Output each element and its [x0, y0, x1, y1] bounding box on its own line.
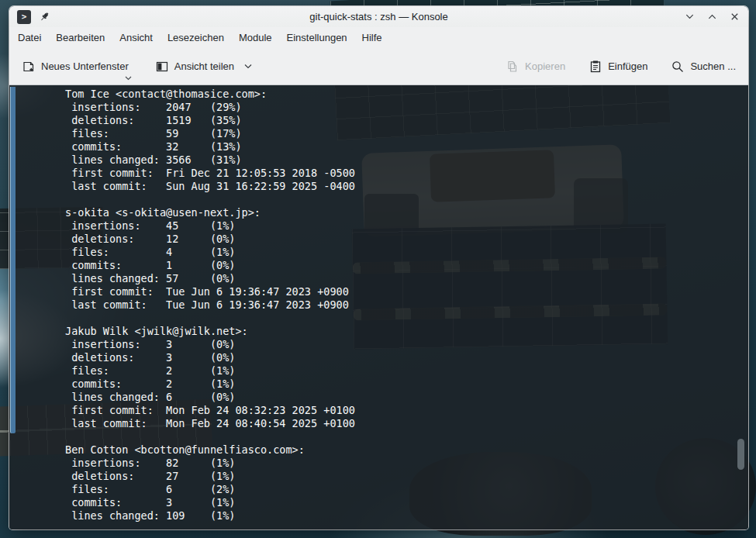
pin-icon[interactable] — [38, 11, 50, 23]
split-view-label: Ansicht teilen — [174, 60, 234, 72]
konsole-app-icon[interactable]: > — [17, 10, 31, 24]
copy-label: Kopieren — [525, 60, 565, 72]
clipboard-icon — [589, 60, 602, 74]
konsole-window: > git-quick-stats : zsh — Konsole — [9, 6, 748, 529]
copy-button[interactable]: Kopieren — [502, 57, 568, 77]
search-label: Suchen ... — [690, 60, 736, 72]
terminal-text: Tom Ice <contact@thomasice.com>: inserti… — [15, 88, 355, 522]
split-view-button[interactable]: Ansicht teilen — [152, 57, 255, 77]
menu-module[interactable]: Module — [239, 32, 272, 43]
scrollbar-thumb[interactable] — [737, 439, 744, 470]
menu-lesezeichen[interactable]: Lesezeichen — [167, 32, 224, 43]
paste-button[interactable]: Einfügen — [585, 57, 651, 77]
tab-new-icon — [22, 60, 36, 74]
menu-einstellungen[interactable]: Einstellungen — [287, 32, 347, 43]
menu-hilfe[interactable]: Hilfe — [362, 32, 382, 43]
titlebar[interactable]: > git-quick-stats : zsh — Konsole — [9, 6, 748, 27]
magnifier-icon — [671, 60, 685, 74]
new-tab-label: Neues Unterfenster — [41, 60, 129, 72]
minimize-icon[interactable] — [683, 11, 696, 23]
menu-datei[interactable]: Datei — [18, 32, 41, 43]
view-split-icon — [155, 60, 169, 74]
menubar: Datei Bearbeiten Ansicht Lesezeichen Mod… — [9, 27, 748, 48]
search-button[interactable]: Suchen ... — [668, 57, 739, 77]
chevron-down-icon — [244, 64, 252, 69]
copy-icon — [506, 60, 520, 74]
chevron-down-icon — [125, 76, 132, 81]
terminal-view[interactable]: Tom Ice <contact@thomasice.com>: inserti… — [9, 85, 748, 529]
new-tab-button[interactable]: Neues Unterfenster — [19, 57, 132, 77]
maximize-icon[interactable] — [706, 11, 718, 23]
paste-label: Einfügen — [608, 60, 647, 72]
toolbar: Neues Unterfenster Ansicht teilen — [9, 48, 748, 85]
menu-bearbeiten[interactable]: Bearbeiten — [56, 32, 105, 43]
window-title: git-quick-stats : zsh — Konsole — [9, 11, 748, 22]
close-icon[interactable] — [728, 11, 740, 23]
menu-ansicht[interactable]: Ansicht — [119, 32, 153, 43]
